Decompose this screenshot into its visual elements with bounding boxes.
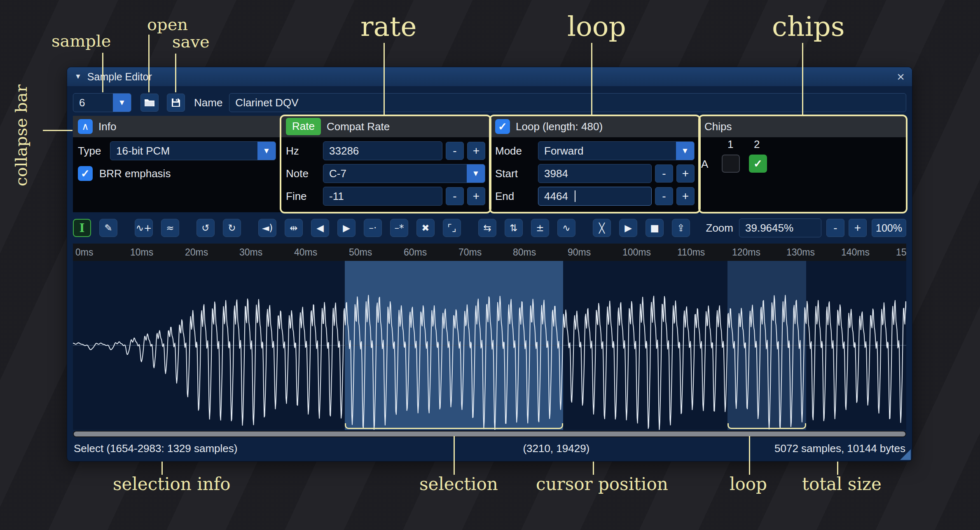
- cursor-position-text: (3210, 19429): [523, 442, 589, 455]
- ruler-label: 10ms: [130, 247, 153, 258]
- resize-wave-icon: ∿+: [136, 223, 152, 233]
- hz-plus-button[interactable]: +: [467, 142, 485, 160]
- waveform-plot: [73, 261, 906, 430]
- invert-button[interactable]: ⇅: [505, 219, 523, 237]
- fine-plus-button[interactable]: +: [467, 187, 485, 205]
- sample-number-select[interactable]: 6 ▼: [73, 93, 131, 112]
- rate-panel-body: Hz 33286 - + Note C-7 ▼: [281, 137, 490, 212]
- selection-info-text: Select (1654-2983: 1329 samples): [74, 442, 237, 455]
- trim-button[interactable]: ⌜⌟: [443, 219, 461, 237]
- chip-a2-checkbox[interactable]: ✓: [749, 155, 767, 173]
- close-icon[interactable]: ×: [897, 70, 905, 83]
- loop-end-plus-button[interactable]: +: [676, 187, 695, 205]
- loop-header-label: Loop (length: 480): [516, 120, 603, 133]
- fine-input[interactable]: -11: [323, 187, 442, 206]
- annotation-save: save: [172, 32, 210, 51]
- fine-minus-button[interactable]: -: [446, 187, 464, 205]
- hz-value: 33286: [323, 145, 442, 157]
- sample-number-dropdown-icon[interactable]: ▼: [113, 94, 131, 112]
- annotation-cursor-position: cursor position: [536, 474, 668, 494]
- annotation-loop-bracket: [727, 423, 806, 429]
- loop-end-input[interactable]: 4464: [538, 187, 652, 206]
- amplify-button[interactable]: ◄): [258, 219, 276, 237]
- sign-invert-button[interactable]: ±: [531, 219, 549, 237]
- ruler-label: 40ms: [294, 247, 317, 258]
- open-sample-button[interactable]: [140, 94, 159, 112]
- ruler-label: 20ms: [185, 247, 208, 258]
- zoom-minus-button[interactable]: -: [826, 219, 844, 237]
- loop-start-plus-button[interactable]: +: [676, 164, 695, 183]
- crossfade-icon: ╳: [599, 223, 605, 233]
- preview-sample-button[interactable]: ▶: [619, 219, 637, 237]
- stop-icon: ■: [650, 223, 659, 233]
- fade-out-button[interactable]: ▶: [337, 219, 356, 237]
- zoom-reset-button[interactable]: 100%: [872, 219, 906, 237]
- resize-button[interactable]: ∿+: [135, 219, 153, 237]
- save-sample-button[interactable]: [167, 94, 185, 112]
- insert-silence-button[interactable]: –·: [364, 219, 382, 237]
- normalize-button[interactable]: ⇹: [285, 219, 303, 237]
- waveform-trace: [73, 295, 906, 430]
- stop-preview-button[interactable]: ■: [646, 219, 664, 237]
- loop-end-minus-button[interactable]: -: [655, 187, 673, 205]
- loop-enable-checkbox[interactable]: ✓: [495, 119, 510, 134]
- waveform-scrollbar[interactable]: [73, 431, 906, 437]
- loop-start-minus-button[interactable]: -: [655, 164, 673, 183]
- crossfade-button[interactable]: ╳: [593, 219, 611, 237]
- brr-emphasis-checkbox[interactable]: ✓: [78, 166, 93, 181]
- ruler-label: 130ms: [786, 247, 815, 258]
- resample-button[interactable]: ≈: [161, 219, 179, 237]
- resample-wave-icon: ≈: [166, 223, 174, 233]
- annotation-line-loop-marker: [749, 436, 750, 475]
- type-label: Type: [78, 145, 107, 157]
- rate-button[interactable]: Rate: [286, 118, 321, 135]
- loop-start-input[interactable]: 3984: [538, 164, 652, 183]
- loop-mode-select[interactable]: Forward ▼: [538, 141, 695, 160]
- loop-panel-body: Mode Forward ▼ Start 3984 - +: [490, 137, 699, 212]
- undo-icon: ↺: [201, 223, 209, 233]
- time-ruler[interactable]: 0ms 10ms 20ms 30ms 40ms 50ms 60ms 70ms 8…: [73, 244, 906, 261]
- annotation-line-sample: [102, 53, 103, 92]
- sample-name-input[interactable]: Clarinet DQV: [229, 93, 906, 112]
- draw-tool-button[interactable]: ✎: [99, 219, 117, 237]
- chips-panel-body: 1 2 A ✓: [699, 137, 906, 212]
- loop-panel-header: ✓ Loop (length: 480): [490, 116, 699, 137]
- window-resize-grip[interactable]: [900, 449, 911, 460]
- fade-in-button[interactable]: ◀: [311, 219, 329, 237]
- sample-name-value: Clarinet DQV: [229, 96, 906, 109]
- sample-type-dropdown-icon[interactable]: ▼: [257, 142, 276, 160]
- title-bar[interactable]: ▼ Sample Editor ×: [67, 67, 912, 86]
- sample-type-select[interactable]: 16-bit PCM ▼: [110, 141, 276, 160]
- filter-button[interactable]: ∿: [557, 219, 575, 237]
- apply-silence-button[interactable]: –*: [390, 219, 408, 237]
- scrollbar-thumb[interactable]: [74, 432, 905, 436]
- upload-sample-button[interactable]: ⇪: [672, 219, 690, 237]
- annotation-selection-info: selection info: [113, 474, 231, 494]
- chips-header-label: Chips: [704, 120, 732, 133]
- info-panel-header[interactable]: ∧ Info: [73, 116, 281, 137]
- annotation-sample: sample: [51, 31, 111, 50]
- name-label: Name: [194, 96, 222, 109]
- waveform-view[interactable]: [73, 261, 906, 430]
- chip-a1-checkbox[interactable]: [722, 155, 740, 173]
- note-select[interactable]: C-7 ▼: [323, 164, 485, 183]
- collapse-bar-button[interactable]: ∧: [78, 119, 93, 134]
- delete-button[interactable]: ✖: [416, 219, 435, 237]
- hz-minus-button[interactable]: -: [446, 142, 464, 160]
- note-dropdown-icon[interactable]: ▼: [467, 164, 485, 183]
- hz-input[interactable]: 33286: [323, 141, 442, 160]
- sample-editor-window: ▼ Sample Editor × 6 ▼: [67, 67, 912, 462]
- window-title: Sample Editor: [87, 71, 152, 83]
- brr-emphasis-label: BRR emphasis: [99, 167, 171, 180]
- undo-button[interactable]: ↺: [196, 219, 215, 237]
- window-collapse-icon[interactable]: ▼: [75, 73, 82, 81]
- zoom-input[interactable]: 39.9645%: [739, 218, 821, 237]
- zoom-plus-button[interactable]: +: [849, 219, 867, 237]
- annotation-line-chips: [802, 43, 803, 115]
- redo-button[interactable]: ↻: [223, 219, 241, 237]
- reverse-button[interactable]: ⇆: [478, 219, 496, 237]
- select-tool-button[interactable]: I: [73, 219, 91, 237]
- annotation-rate: rate: [360, 11, 416, 42]
- loop-mode-dropdown-icon[interactable]: ▼: [676, 142, 694, 160]
- sample-toolbar: I ✎ ∿+ ≈ ↺ ↻ ◄) ⇹ ◀ ▶ –· –* ✖ ⌜⌟ ⇆ ⇅ ± ∿…: [73, 217, 906, 239]
